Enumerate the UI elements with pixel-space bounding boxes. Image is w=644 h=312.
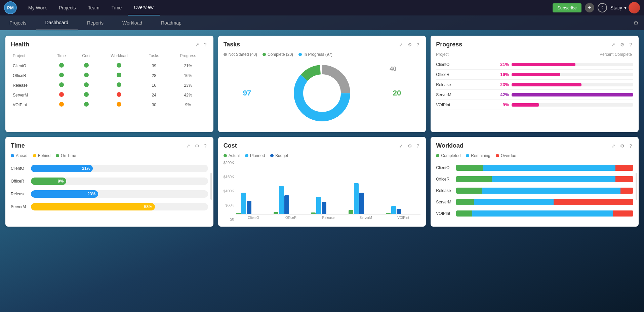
bar-planned <box>241 193 246 214</box>
cost-settings-icon[interactable]: ⚙ <box>406 143 413 149</box>
user-menu[interactable]: Stacy ▾ <box>610 2 640 13</box>
tasks-settings-icon[interactable]: ⚙ <box>406 41 413 48</box>
subnav-reports[interactable]: Reports <box>78 15 113 30</box>
list-item: ClientO 21% <box>436 60 633 70</box>
time-bar-fill: 58% <box>31 203 155 210</box>
health-card: Health ⤢ ? Project Time Cost Workload Ta… <box>5 36 213 132</box>
health-progress: 42% <box>168 90 208 100</box>
health-project: OfficeR <box>11 71 49 80</box>
bar-group <box>274 186 308 214</box>
tasks-help-icon[interactable]: ? <box>415 41 421 48</box>
health-project: ServerM <box>11 90 49 100</box>
legend-label: Actual <box>229 153 240 158</box>
scroll-bar[interactable] <box>210 173 212 200</box>
nav-team[interactable]: Team <box>82 0 106 15</box>
col-workload: Workload <box>98 52 140 61</box>
progress-pct: 42% <box>497 92 509 97</box>
time-project: ClientO <box>11 166 31 171</box>
time-bar-bg: 21% <box>31 165 208 172</box>
workload-expand-icon[interactable]: ⤢ <box>610 143 617 149</box>
bar-planned <box>354 183 359 214</box>
progress-pct: 23% <box>497 82 509 87</box>
subnav-dashboard[interactable]: Dashboard <box>36 15 78 30</box>
health-workload <box>98 61 140 71</box>
workload-bar-wrap <box>456 165 633 171</box>
tasks-legend: Not Started (40)Complete (20)In Progress… <box>224 52 421 57</box>
time-legend: AheadBehindOn Time <box>11 153 208 158</box>
progress-pct: 9% <box>497 102 509 107</box>
progress-project: VOIPInt <box>436 103 497 107</box>
health-title: Health <box>11 41 194 48</box>
workload-settings-icon[interactable]: ⚙ <box>619 143 626 149</box>
progress-col-project: Project <box>436 52 485 57</box>
cost-actions: ⤢ ⚙ ? <box>398 143 421 149</box>
progress-settings-icon[interactable]: ⚙ <box>619 41 626 48</box>
health-project: Release <box>11 80 49 90</box>
list-item: Release 23% <box>11 188 208 200</box>
nav-projects[interactable]: Projects <box>53 0 82 15</box>
cost-expand-icon[interactable]: ⤢ <box>398 143 404 149</box>
legend-dot <box>224 53 227 56</box>
app-logo[interactable]: PM <box>4 1 17 14</box>
bar-group <box>349 183 383 214</box>
health-expand-icon[interactable]: ⤢ <box>194 41 201 48</box>
progress-bar-wrap <box>512 63 633 66</box>
cost-y-axis: $200K$150K$100K$50K$0 <box>224 161 236 221</box>
progress-bar-wrap <box>512 73 633 76</box>
cost-x-label: VOIPInt <box>386 214 420 220</box>
avatar[interactable] <box>629 2 640 13</box>
subnav-projects[interactable]: Projects <box>0 15 36 30</box>
subnav-workload[interactable]: Workload <box>113 15 152 30</box>
subnav-roadmap[interactable]: Roadmap <box>152 15 191 30</box>
workload-help-icon[interactable]: ? <box>628 143 633 149</box>
progress-expand-icon[interactable]: ⤢ <box>610 41 617 48</box>
bar-group <box>236 193 271 214</box>
main-nav: My Work Projects Team Time Overview <box>22 0 553 15</box>
wl-remaining <box>474 199 554 205</box>
legend-item: Actual <box>224 153 240 158</box>
time-title: Time <box>11 142 185 149</box>
cost-help-icon[interactable]: ? <box>415 143 421 149</box>
cost-y-label: $200K <box>224 161 234 165</box>
list-item: Release <box>436 185 633 196</box>
settings-icon[interactable]: ⚙ <box>633 19 644 27</box>
bar-actual <box>311 212 316 214</box>
health-actions: ⤢ ? <box>194 41 208 48</box>
legend-item: Budget <box>270 153 288 158</box>
nav-my-work[interactable]: My Work <box>22 0 53 15</box>
bar-actual <box>274 212 278 214</box>
progress-bar-wrap <box>512 83 633 86</box>
time-settings-icon[interactable]: ⚙ <box>194 143 201 149</box>
time-bar-wrap: 21% <box>31 165 208 172</box>
nav-overview[interactable]: Overview <box>128 0 159 15</box>
top-nav: PM My Work Projects Team Time Overview S… <box>0 0 644 15</box>
nav-time[interactable]: Time <box>106 0 128 15</box>
col-tasks: Tasks <box>140 52 168 61</box>
list-item: ServerM <box>436 196 633 208</box>
cost-x-label: Release <box>311 214 346 220</box>
time-project: ServerM <box>11 204 31 209</box>
add-button[interactable]: + <box>585 3 594 12</box>
progress-bar-bg <box>512 93 633 96</box>
help-button[interactable]: ? <box>598 3 607 12</box>
time-help-icon[interactable]: ? <box>203 143 208 149</box>
cost-card: Cost ⤢ ⚙ ? ActualPlannedBudget $200K$150… <box>218 137 426 227</box>
list-item: OfficeR 16% <box>436 70 633 80</box>
legend-item: In Progress (97) <box>298 52 332 57</box>
subscribe-button[interactable]: Subscribe <box>553 3 581 12</box>
progress-pct: 21% <box>497 62 509 67</box>
progress-bar-fill <box>512 103 539 107</box>
tasks-expand-icon[interactable]: ⤢ <box>398 41 404 48</box>
progress-card: Progress ⤢ ⚙ ? Project Percent Complete … <box>431 36 639 132</box>
health-workload <box>98 90 140 100</box>
time-expand-icon[interactable]: ⤢ <box>185 143 192 149</box>
list-item: ServerM 58% <box>11 200 208 213</box>
progress-bar-fill <box>512 83 581 86</box>
progress-rows: ClientO 21% OfficeR 16% Release 23% Serv… <box>436 60 633 110</box>
health-help-icon[interactable]: ? <box>203 41 208 48</box>
progress-help-icon[interactable]: ? <box>628 41 633 48</box>
workload-card: Workload ⤢ ⚙ ? CompletedRemainingOverdue… <box>431 137 639 227</box>
workload-scroll-bar[interactable] <box>636 173 637 200</box>
legend-dot <box>298 53 302 56</box>
time-header: Time ⤢ ⚙ ? <box>11 142 208 149</box>
